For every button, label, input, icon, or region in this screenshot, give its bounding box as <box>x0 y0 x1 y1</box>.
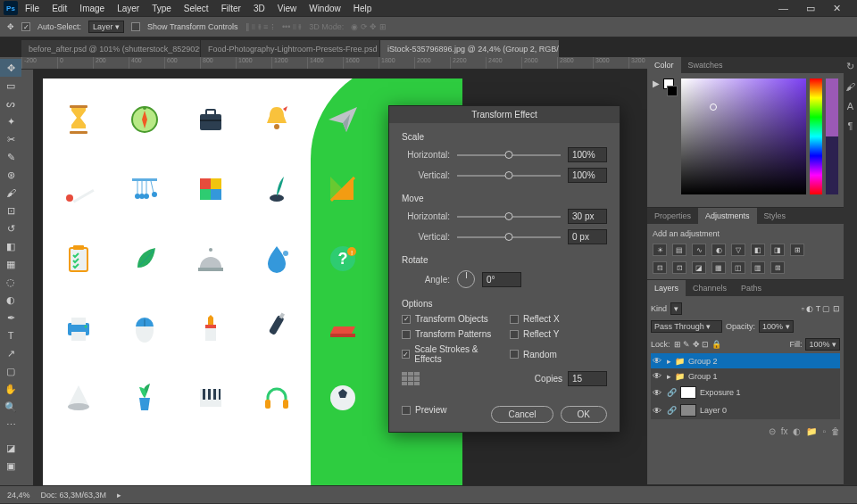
menu-edit[interactable]: Edit <box>46 2 72 15</box>
move-v-input[interactable]: 0 px <box>568 229 607 244</box>
lasso-tool[interactable]: ᔕ <box>0 95 21 112</box>
document-tab[interactable]: before_after.psd @ 101% (shutterstock_85… <box>21 40 200 57</box>
hand-tool[interactable]: ✋ <box>0 380 21 398</box>
more-tools[interactable]: ⋯ <box>0 416 21 434</box>
move-h-slider[interactable] <box>457 216 561 218</box>
adj-inv[interactable]: ◪ <box>692 261 706 274</box>
path-tool[interactable]: ↗ <box>0 344 21 362</box>
eraser-tool[interactable]: ◧ <box>0 237 21 255</box>
shape-tool[interactable]: ▢ <box>0 362 21 380</box>
chevron-icon[interactable]: ▸ <box>667 372 671 381</box>
menu-filter[interactable]: Filter <box>216 2 246 15</box>
history-tool[interactable]: ↺ <box>0 219 21 237</box>
char-icon[interactable]: A <box>847 101 853 112</box>
paths-tab[interactable]: Paths <box>734 280 769 296</box>
dodge-tool[interactable]: ◐ <box>0 291 21 309</box>
auto-select-dropdown[interactable]: Layer ▾ <box>88 21 124 33</box>
adj-bw[interactable]: ◨ <box>770 244 785 256</box>
reflect-y-checkbox[interactable] <box>510 330 519 339</box>
swatches-tab[interactable]: Swatches <box>681 57 730 73</box>
group-icon[interactable]: 📁 <box>806 426 817 436</box>
blur-tool[interactable]: ◌ <box>0 273 21 291</box>
layer-row[interactable]: 👁🔗Layer 0 <box>651 401 840 419</box>
scale-strokes-checkbox[interactable] <box>402 350 410 359</box>
adj-vibrance[interactable]: ▽ <box>731 244 745 256</box>
channels-tab[interactable]: Channels <box>686 280 734 296</box>
menu-3d[interactable]: 3D <box>248 2 270 15</box>
menu-window[interactable]: Window <box>304 2 346 15</box>
ok-button[interactable]: OK <box>561 406 607 423</box>
menu-image[interactable]: Image <box>74 2 110 15</box>
home-icon[interactable]: ✥ <box>7 22 14 31</box>
stamp-tool[interactable]: ⊡ <box>0 202 21 219</box>
transform-objects-checkbox[interactable] <box>402 315 411 324</box>
zoom-value[interactable]: 24,4% <box>7 491 30 500</box>
window-min-button[interactable]: — <box>773 1 794 16</box>
visibility-icon[interactable]: 👁 <box>653 388 663 398</box>
scale-h-slider[interactable] <box>457 154 561 156</box>
color-picker[interactable] <box>681 78 806 194</box>
move-h-input[interactable]: 30 px <box>568 209 607 224</box>
scale-v-slider[interactable] <box>457 175 561 177</box>
mask-icon[interactable]: fx <box>781 426 788 436</box>
angle-input[interactable]: 0° <box>482 272 521 287</box>
brush-tool[interactable]: 🖌 <box>0 184 21 202</box>
blend-mode-dropdown[interactable]: Pass Through ▾ <box>651 320 722 333</box>
menu-select[interactable]: Select <box>179 2 214 15</box>
hue-slider[interactable] <box>810 78 822 194</box>
adj-exposure[interactable]: ◐ <box>711 244 726 256</box>
reflect-x-checkbox[interactable] <box>510 315 519 324</box>
gradient-tool[interactable]: ▦ <box>0 255 21 273</box>
layer-row[interactable]: 👁🔗Exposure 1 <box>651 384 840 401</box>
visibility-icon[interactable]: 👁 <box>653 371 663 381</box>
adjustments-tab[interactable]: Adjustments <box>698 208 757 224</box>
random-checkbox[interactable] <box>510 350 519 359</box>
adj-lut[interactable]: ⊡ <box>672 261 686 274</box>
layers-tab[interactable]: Layers <box>647 280 686 296</box>
adj-sel[interactable]: ⊞ <box>770 261 785 274</box>
para-icon[interactable]: ¶ <box>848 120 853 131</box>
styles-tab[interactable]: Styles <box>757 208 794 224</box>
adj-grad[interactable]: ▥ <box>751 261 765 274</box>
adj-levels[interactable]: ▤ <box>672 244 686 256</box>
new-icon[interactable]: ▫ <box>822 426 826 436</box>
copies-input[interactable]: 15 <box>568 371 607 386</box>
fill-input[interactable]: 100% ▾ <box>805 338 840 351</box>
document-tab[interactable]: Food-Photography-Lightroom-Presets-Free.… <box>201 40 379 57</box>
show-transform-checkbox[interactable] <box>131 22 140 31</box>
chevron-icon[interactable]: ▸ <box>667 357 671 366</box>
trash-icon[interactable]: 🗑 <box>831 426 840 436</box>
visibility-icon[interactable]: 👁 <box>653 406 663 416</box>
crop-tool[interactable]: ✂ <box>0 130 21 148</box>
transform-patterns-checkbox[interactable] <box>402 330 411 339</box>
document-tab[interactable]: iStock-535796896.jpg @ 24,4% (Group 2, R… <box>380 40 559 57</box>
move-v-slider[interactable] <box>457 236 561 238</box>
layer-row[interactable]: 👁▸📁Group 2 <box>651 353 840 368</box>
wand-tool[interactable]: ✦ <box>0 112 21 130</box>
layer-kind-dropdown[interactable]: ▾ <box>670 302 682 315</box>
angle-dial[interactable] <box>457 270 475 288</box>
menu-help[interactable]: Help <box>348 2 378 15</box>
menu-file[interactable]: File <box>20 2 45 15</box>
menu-layer[interactable]: Layer <box>112 2 145 15</box>
anchor-grid[interactable] <box>402 372 420 386</box>
heal-tool[interactable]: ⊛ <box>0 166 21 184</box>
scale-v-input[interactable]: 100% <box>568 168 607 183</box>
dialog-title[interactable]: Transform Effect <box>389 106 620 123</box>
window-close-button[interactable]: ✕ <box>828 1 846 16</box>
adj-photo[interactable]: ⊞ <box>790 244 804 256</box>
menu-view[interactable]: View <box>272 2 303 15</box>
adj-post[interactable]: ▦ <box>711 261 726 274</box>
adj-brightness[interactable]: ☀ <box>653 244 667 256</box>
history-icon[interactable]: ↻ <box>846 61 854 72</box>
adj-icon[interactable]: ◐ <box>793 426 801 436</box>
adj-ch[interactable]: ⊟ <box>653 261 667 274</box>
type-tool[interactable]: T <box>0 326 21 344</box>
auto-select-checkbox[interactable] <box>21 22 30 31</box>
scale-h-input[interactable]: 100% <box>568 147 607 162</box>
preview-checkbox[interactable] <box>402 406 411 415</box>
properties-tab[interactable]: Properties <box>647 208 698 224</box>
eyedropper-tool[interactable]: ✎ <box>0 148 21 166</box>
cancel-button[interactable]: Cancel <box>491 406 553 423</box>
adj-hue[interactable]: ◧ <box>751 244 765 256</box>
